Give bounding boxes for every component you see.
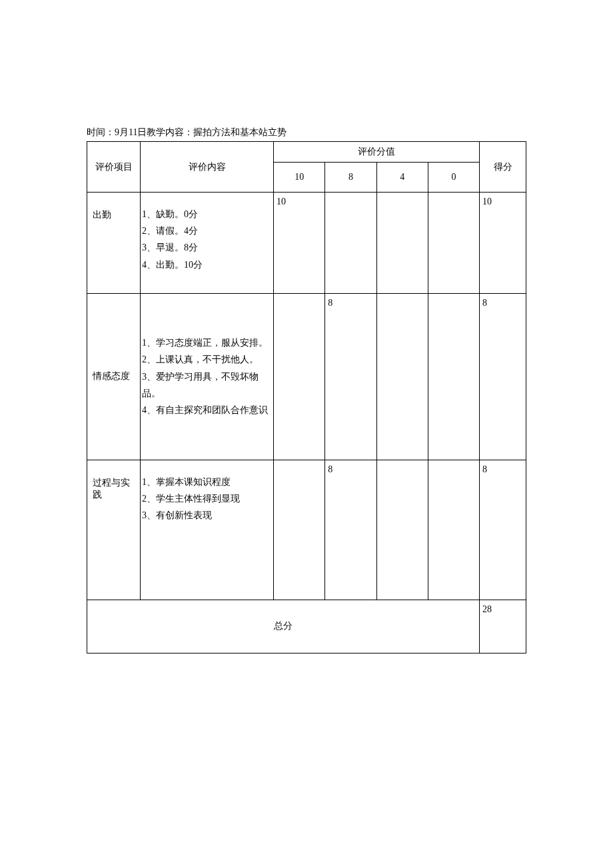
score-level-8: 8: [325, 163, 376, 193]
row-item: 过程与实践: [87, 460, 141, 600]
score-cell: [376, 193, 428, 294]
col-header-item: 评价项目: [87, 142, 141, 193]
score-cell: [376, 293, 428, 460]
final-cell: 10: [480, 193, 526, 294]
score-cell: 8: [325, 460, 376, 600]
evaluation-table: 评价项目 评价内容 评价分值 得分 10 8 4 0 出勤 1、缺勤。0分 2、…: [87, 141, 526, 653]
col-header-final: 得分: [480, 142, 526, 193]
final-cell: 8: [480, 460, 526, 600]
score-level-4: 4: [376, 163, 428, 193]
table-row: 出勤 1、缺勤。0分 2、请假。4分 3、早退。8分 4、出勤。10分 10 1…: [87, 193, 526, 294]
row-item: 情感态度: [87, 293, 141, 460]
score-cell: [376, 460, 428, 600]
table-row: 情感态度 1、学习态度端正，服从安排。 2、上课认真，不干扰他人。 3、爱护学习…: [87, 293, 526, 460]
total-label: 总分: [87, 600, 480, 653]
row-item: 出勤: [87, 193, 141, 294]
col-header-content: 评价内容: [141, 142, 274, 193]
score-cell: [428, 193, 479, 294]
score-cell: 8: [325, 293, 376, 460]
total-row: 总分 28: [87, 600, 526, 653]
total-value: 28: [480, 600, 526, 653]
row-content: 1、掌握本课知识程度 2、学生主体性得到显现 3、有创新性表现: [141, 460, 274, 600]
score-level-10: 10: [274, 163, 325, 193]
score-cell: [274, 293, 325, 460]
score-cell: [325, 193, 376, 294]
score-cell: 10: [274, 193, 325, 294]
score-cell: [428, 293, 479, 460]
row-content: 1、学习态度端正，服从安排。 2、上课认真，不干扰他人。 3、爱护学习用具，不毁…: [141, 293, 274, 460]
col-header-score: 评价分值: [274, 142, 480, 163]
row-content: 1、缺勤。0分 2、请假。4分 3、早退。8分 4、出勤。10分: [141, 193, 274, 294]
score-level-0: 0: [428, 163, 479, 193]
table-row: 过程与实践 1、掌握本课知识程度 2、学生主体性得到显现 3、有创新性表现 8 …: [87, 460, 526, 600]
score-cell: [428, 460, 479, 600]
header-text: 时间：9月11日教学内容：握拍方法和基本站立势: [87, 127, 526, 139]
final-cell: 8: [480, 293, 526, 460]
score-cell: [274, 460, 325, 600]
